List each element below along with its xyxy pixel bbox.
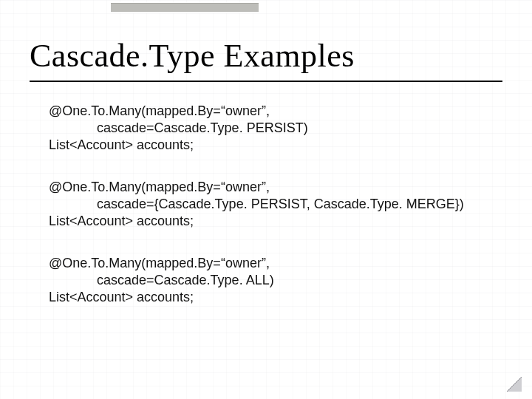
code-line: cascade={Cascade.Type. PERSIST, Cascade.…: [49, 197, 464, 211]
code-line: List<Account> accounts;: [49, 137, 194, 152]
code-example-2: @One.To.Many(mapped.By=“owner”, cascade=…: [30, 179, 502, 230]
code-line: List<Account> accounts;: [49, 290, 194, 304]
page-curl-icon: [507, 377, 522, 392]
code-example-1: @One.To.Many(mapped.By=“owner”, cascade=…: [30, 103, 502, 154]
code-example-3: @One.To.Many(mapped.By=“owner”, cascade=…: [30, 255, 502, 306]
code-line: @One.To.Many(mapped.By=“owner”,: [49, 103, 270, 118]
slide-title: Cascade.Type Examples: [30, 37, 502, 75]
code-line: cascade=Cascade.Type. PERSIST): [49, 120, 308, 135]
code-line: @One.To.Many(mapped.By=“owner”,: [49, 180, 270, 194]
code-line: cascade=Cascade.Type. ALL): [49, 273, 274, 287]
title-underline: [30, 81, 502, 82]
code-line: List<Account> accounts;: [49, 214, 194, 228]
slide-content: Cascade.Type Examples @One.To.Many(mappe…: [0, 0, 532, 399]
code-line: @One.To.Many(mapped.By=“owner”,: [49, 256, 270, 270]
